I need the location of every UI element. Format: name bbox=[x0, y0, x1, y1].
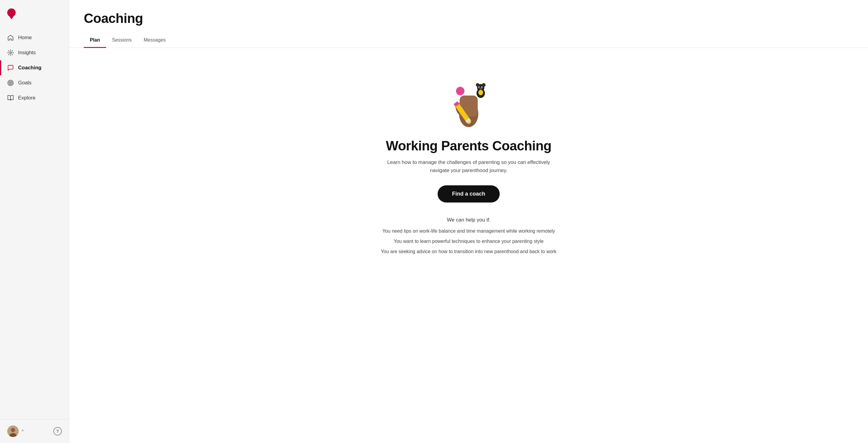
sidebar-item-goals[interactable]: Goals bbox=[0, 75, 69, 90]
help-title: We can help you if: bbox=[381, 217, 557, 223]
sidebar-nav: Home Insights Coaching bbox=[0, 28, 69, 419]
sidebar-item-home[interactable]: Home bbox=[0, 30, 69, 45]
svg-point-3 bbox=[10, 82, 11, 84]
svg-point-5 bbox=[11, 428, 15, 432]
tab-messages[interactable]: Messages bbox=[138, 33, 172, 48]
footer-user-area[interactable]: ^ bbox=[7, 425, 24, 437]
svg-point-28 bbox=[478, 90, 483, 95]
sidebar-item-label: Insights bbox=[18, 50, 36, 56]
find-coach-button[interactable]: Find a coach bbox=[438, 185, 500, 202]
svg-point-26 bbox=[482, 87, 483, 88]
sidebar-item-explore[interactable]: Explore bbox=[0, 90, 69, 105]
page-header: Coaching bbox=[69, 0, 868, 26]
svg-point-25 bbox=[479, 87, 480, 88]
help-item-2: You want to learn powerful techniques to… bbox=[381, 238, 557, 245]
svg-point-2 bbox=[9, 82, 12, 85]
svg-point-21 bbox=[477, 84, 478, 86]
explore-icon bbox=[7, 95, 14, 101]
goals-icon bbox=[7, 80, 14, 86]
sidebar-item-label: Home bbox=[18, 35, 32, 41]
svg-point-27 bbox=[479, 88, 482, 90]
sidebar: Home Insights Coaching bbox=[0, 0, 69, 443]
svg-point-0 bbox=[10, 52, 11, 54]
svg-point-22 bbox=[483, 84, 485, 86]
sidebar-item-label: Coaching bbox=[18, 65, 41, 71]
tabs-bar: Plan Sessions Messages bbox=[69, 33, 868, 48]
content-body: Working Parents Coaching Learn how to ma… bbox=[69, 48, 868, 443]
app-logo bbox=[7, 8, 16, 19]
help-button[interactable]: ? bbox=[53, 427, 62, 436]
tab-sessions[interactable]: Sessions bbox=[106, 33, 138, 48]
user-menu-chevron[interactable]: ^ bbox=[22, 429, 24, 434]
coaching-illustration bbox=[435, 62, 502, 129]
svg-point-16 bbox=[456, 87, 464, 95]
avatar bbox=[7, 425, 19, 437]
page-title: Coaching bbox=[84, 11, 854, 26]
help-section: We can help you if: You need tips on wor… bbox=[381, 217, 557, 258]
help-item-3: You are seeking advice on how to transit… bbox=[381, 248, 557, 256]
coaching-heading: Working Parents Coaching bbox=[386, 138, 552, 153]
home-icon bbox=[7, 34, 14, 41]
sidebar-item-coaching[interactable]: Coaching bbox=[0, 60, 69, 75]
tab-plan[interactable]: Plan bbox=[84, 33, 106, 48]
sidebar-footer: ^ ? bbox=[0, 419, 69, 443]
coaching-subtitle: Learn how to manage the challenges of pa… bbox=[384, 158, 553, 175]
sidebar-item-label: Goals bbox=[18, 80, 31, 86]
main-content: Coaching Plan Sessions Messages bbox=[69, 0, 868, 443]
coaching-icon bbox=[7, 64, 14, 71]
insights-icon bbox=[7, 50, 14, 56]
sidebar-item-insights[interactable]: Insights bbox=[0, 45, 69, 60]
help-item-1: You need tips on work-life balance and t… bbox=[381, 227, 557, 235]
sidebar-item-label: Explore bbox=[18, 95, 36, 101]
logo-area bbox=[0, 0, 69, 28]
